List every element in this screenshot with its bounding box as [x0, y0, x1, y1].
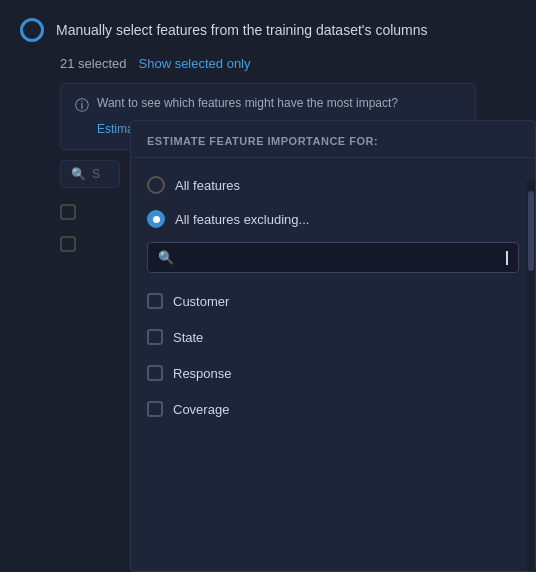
popup-search-icon: 🔍 — [158, 250, 174, 265]
popup: ESTIMATE FEATURE IMPORTANCE FOR: All fea… — [130, 120, 536, 572]
radio-all-features[interactable]: All features — [147, 168, 519, 202]
search-bar-bg: 🔍 S — [60, 160, 120, 188]
scroll-indicator — [527, 181, 535, 571]
popup-overlay: ESTIMATE FEATURE IMPORTANCE FOR: All fea… — [130, 120, 536, 572]
checkbox-item-customer[interactable]: Customer — [147, 283, 519, 319]
radio-button-all-features-excluding[interactable] — [147, 210, 165, 228]
checkbox-coverage[interactable] — [147, 401, 163, 417]
subheader: 21 selected Show selected only — [0, 56, 536, 83]
radio-label-all-features-excluding: All features excluding... — [175, 212, 309, 227]
show-selected-link[interactable]: Show selected only — [139, 56, 251, 71]
radio-label-all-features: All features — [175, 178, 240, 193]
checkbox-label-coverage: Coverage — [173, 402, 229, 417]
bg-checkbox-2 — [60, 236, 76, 252]
selected-count: 21 selected — [60, 56, 127, 71]
info-box-text: Want to see which features might have th… — [97, 96, 398, 110]
radio-button-all-features[interactable] — [147, 176, 165, 194]
checkbox-item-response[interactable]: Response — [147, 355, 519, 391]
checkbox-customer[interactable] — [147, 293, 163, 309]
search-icon: 🔍 — [71, 167, 86, 181]
checkbox-label-customer: Customer — [173, 294, 229, 309]
checkbox-response[interactable] — [147, 365, 163, 381]
page-title: Manually select features from the traini… — [56, 22, 428, 38]
info-icon: ⓘ — [75, 97, 89, 115]
popup-body: All features All features excluding... 🔍… — [131, 158, 535, 571]
checkbox-item-coverage[interactable]: Coverage — [147, 391, 519, 427]
page-header: Manually select features from the traini… — [0, 0, 536, 56]
radio-inner-dot — [153, 216, 160, 223]
checkbox-item-state[interactable]: State — [147, 319, 519, 355]
search-text: S — [92, 167, 100, 181]
checkbox-state[interactable] — [147, 329, 163, 345]
cursor — [506, 251, 508, 265]
checkbox-label-state: State — [173, 330, 203, 345]
checkbox-label-response: Response — [173, 366, 232, 381]
popup-header: ESTIMATE FEATURE IMPORTANCE FOR: — [131, 121, 535, 158]
popup-search-container: 🔍 — [147, 242, 519, 273]
radio-all-features-excluding[interactable]: All features excluding... — [147, 202, 519, 236]
scroll-thumb — [528, 191, 534, 271]
bg-checkbox-1 — [60, 204, 76, 220]
info-box-row: ⓘ Want to see which features might have … — [75, 96, 461, 115]
step-icon — [20, 18, 44, 42]
popup-search-input[interactable] — [182, 250, 497, 265]
